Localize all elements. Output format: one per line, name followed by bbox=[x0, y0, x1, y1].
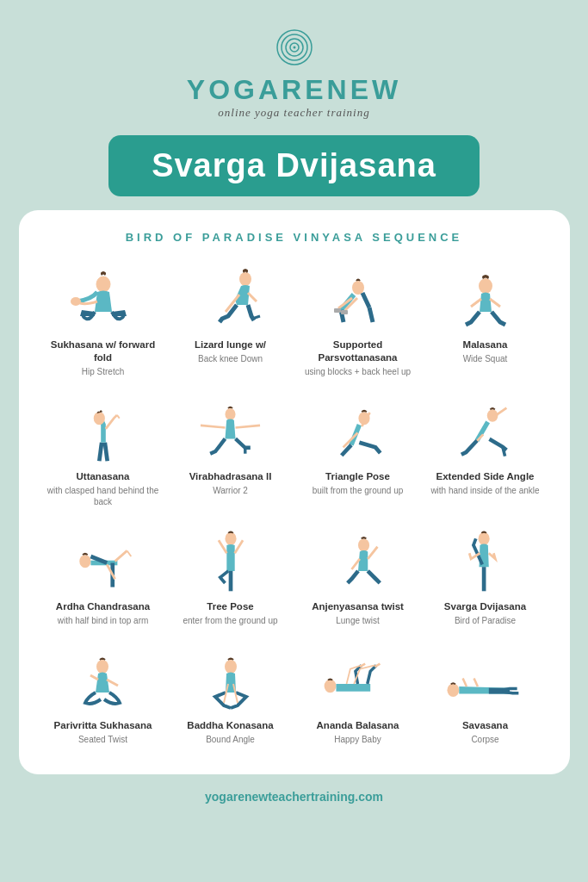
pose-item: Extended Side Angle with hand inside of … bbox=[425, 391, 546, 512]
svg-point-19 bbox=[478, 532, 489, 545]
pose-name: Parivritta Sukhasana bbox=[54, 719, 152, 732]
logo-subtitle: online yoga teacher training bbox=[218, 106, 369, 120]
logo-title: YOGARENEW bbox=[187, 74, 401, 106]
svg-point-22 bbox=[325, 680, 337, 693]
pose-name: Svarga Dvijasana bbox=[444, 600, 526, 613]
pose-figure bbox=[443, 645, 529, 714]
svg-point-16 bbox=[79, 555, 90, 568]
logo-area: YOGARENEW online yoga teacher training bbox=[187, 26, 401, 120]
pose-desc: with half bind in top arm bbox=[58, 615, 149, 626]
pose-figure bbox=[443, 264, 529, 333]
pose-name: Virabhadrasana II bbox=[189, 470, 272, 483]
pose-figure bbox=[60, 526, 146, 595]
pose-figure bbox=[60, 264, 146, 333]
pose-desc: Warrior 2 bbox=[213, 485, 248, 496]
pose-item: Sukhasana w/ forward fold Hip Stretch bbox=[43, 259, 164, 382]
pose-name: Anjenyasansa twist bbox=[312, 600, 404, 613]
pose-item: Baddha Konasana Bound Angle bbox=[170, 640, 291, 750]
pose-figure bbox=[188, 264, 274, 333]
pose-name: Triangle Pose bbox=[325, 470, 390, 483]
pose-figure bbox=[188, 396, 274, 465]
pose-figure bbox=[443, 396, 529, 465]
svg-point-21 bbox=[225, 660, 237, 674]
pose-desc: Bound Angle bbox=[206, 734, 255, 745]
pose-item: Tree Pose enter from the ground up bbox=[170, 521, 291, 631]
svg-point-20 bbox=[96, 660, 108, 674]
pose-desc: Hip Stretch bbox=[82, 366, 124, 377]
pose-item: Ananda Balasana Happy Baby bbox=[298, 640, 418, 750]
svg-rect-9 bbox=[334, 308, 341, 313]
sequence-subtitle: BIRD OF PARADISE VINYASA SEQUENCE bbox=[43, 231, 546, 244]
svg-point-12 bbox=[93, 412, 104, 425]
svg-point-17 bbox=[225, 532, 236, 545]
pose-desc: Lunge twist bbox=[336, 615, 380, 626]
svg-point-23 bbox=[447, 683, 459, 697]
pose-item: Malasana Wide Squat bbox=[425, 259, 546, 382]
pose-figure bbox=[443, 526, 529, 595]
pose-item: Supported Parsvottanasana using blocks +… bbox=[298, 259, 418, 382]
pose-item: Triangle Pose built from the ground up bbox=[298, 391, 418, 512]
pose-figure bbox=[315, 396, 401, 465]
pose-name: Sukhasana w/ forward fold bbox=[46, 339, 160, 364]
pose-name: Lizard lunge w/ bbox=[195, 339, 266, 351]
pose-desc: with hand inside of the ankle bbox=[430, 485, 539, 496]
pose-name: Supported Parsvottanasana bbox=[301, 339, 415, 364]
pose-figure bbox=[60, 645, 146, 714]
pose-figure bbox=[188, 645, 274, 714]
svg-point-11 bbox=[479, 278, 492, 294]
pose-desc: Bird of Paradise bbox=[455, 615, 516, 626]
pose-figure bbox=[188, 526, 274, 595]
pose-figure bbox=[315, 645, 401, 714]
pose-name: Ananda Balasana bbox=[317, 719, 399, 732]
pose-desc: built from the ground up bbox=[313, 485, 404, 496]
poses-grid: Sukhasana w/ forward fold Hip Stretch bbox=[43, 259, 546, 750]
pose-item: Svarga Dvijasana Bird of Paradise bbox=[425, 521, 546, 631]
svg-point-7 bbox=[239, 272, 251, 286]
logo-icon bbox=[273, 26, 316, 69]
svg-point-6 bbox=[71, 297, 81, 306]
svg-rect-10 bbox=[341, 310, 348, 314]
pose-desc: with clasped hand behind the back bbox=[46, 485, 160, 507]
pose-desc: Wide Squat bbox=[463, 353, 508, 364]
pose-item: Ardha Chandrasana with half bind in top … bbox=[43, 521, 164, 631]
sequence-card: BIRD OF PARADISE VINYASA SEQUENCE bbox=[19, 210, 570, 774]
pose-item: Virabhadrasana II Warrior 2 bbox=[170, 391, 291, 512]
svg-point-18 bbox=[358, 538, 369, 551]
svg-point-8 bbox=[352, 281, 364, 295]
pose-name: Ardha Chandrasana bbox=[56, 600, 150, 613]
pose-name: Extended Side Angle bbox=[436, 470, 535, 483]
pose-desc: Happy Baby bbox=[334, 734, 381, 745]
pose-name: Tree Pose bbox=[207, 600, 253, 613]
pose-desc: Seated Twist bbox=[78, 734, 127, 745]
pose-name: Baddha Konasana bbox=[187, 719, 273, 732]
main-title: Svarga Dvijasana bbox=[152, 147, 436, 184]
svg-point-13 bbox=[225, 408, 235, 420]
svg-point-4 bbox=[293, 47, 295, 49]
pose-name: Uttanasana bbox=[77, 470, 130, 483]
pose-name: Malasana bbox=[463, 339, 508, 351]
pose-desc: Back knee Down bbox=[198, 353, 263, 364]
pose-item: Parivritta Sukhasana Seated Twist bbox=[43, 640, 164, 750]
pose-name: Savasana bbox=[462, 719, 508, 732]
title-banner: Svarga Dvijasana bbox=[108, 135, 480, 196]
website-link[interactable]: yogarenewteachertraining.com bbox=[205, 790, 383, 804]
pose-item: Savasana Corpse bbox=[425, 640, 546, 750]
pose-desc: using blocks + back heel up bbox=[305, 366, 411, 377]
pose-item: Lizard lunge w/ Back knee Down bbox=[170, 259, 291, 382]
pose-figure bbox=[315, 526, 401, 595]
svg-point-5 bbox=[96, 276, 110, 292]
pose-item: Anjenyasansa twist Lunge twist bbox=[298, 521, 418, 631]
pose-desc: Corpse bbox=[471, 734, 498, 745]
pose-desc: enter from the ground up bbox=[183, 615, 277, 626]
pose-figure bbox=[60, 396, 146, 465]
pose-figure bbox=[315, 264, 401, 333]
pose-item: Uttanasana with clasped hand behind the … bbox=[43, 391, 164, 512]
